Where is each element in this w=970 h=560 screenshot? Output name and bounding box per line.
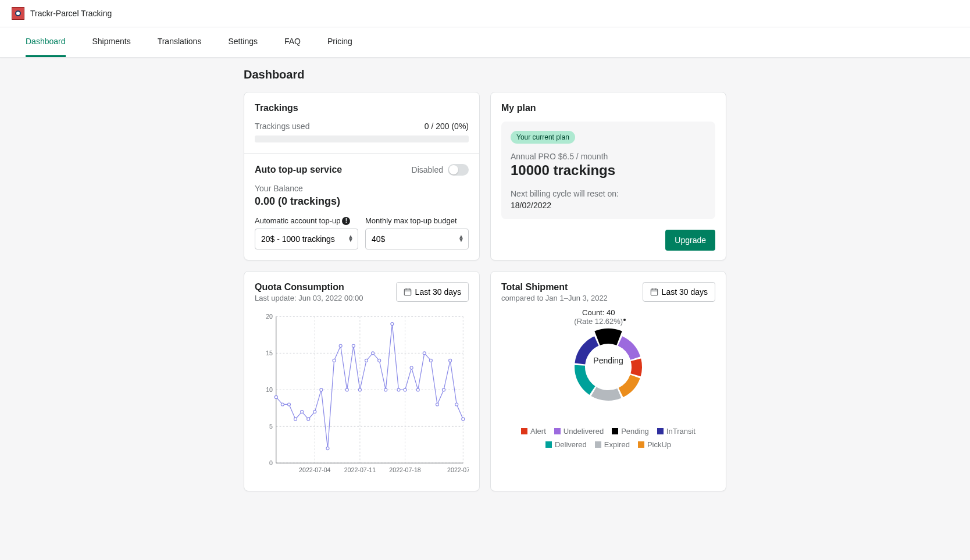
svg-point-46 — [443, 388, 445, 391]
legend-undelivered: Undelivered — [554, 427, 604, 436]
svg-text:2022-07-27: 2022-07-27 — [447, 466, 469, 473]
shipment-card: Total Shipment compared to Jan 1–Jun 3, … — [490, 271, 726, 491]
svg-point-26 — [313, 411, 316, 413]
calendar-icon — [650, 288, 658, 296]
auto-topup-select[interactable]: 20$ - 1000 trackings — [255, 229, 358, 249]
svg-point-39 — [397, 388, 400, 391]
legend-intransit: InTransit — [657, 427, 696, 436]
topup-title: Auto top-up service — [255, 165, 342, 175]
donut-tooltip: Count: 40 (Rate 12.62%) — [574, 308, 623, 326]
trackings-used-value: 0 / 200 (0%) — [425, 122, 469, 131]
plan-amount: 10000 trackings — [511, 162, 706, 179]
donut-center-label: Pending — [593, 356, 623, 365]
plan-card: My plan Your current plan Annual PRO $6.… — [490, 92, 726, 261]
trackings-card: Trackings Trackings used 0 / 200 (0%) Au… — [244, 92, 480, 261]
shipment-range-button[interactable]: Last 30 days — [643, 282, 715, 302]
info-icon[interactable]: ! — [342, 217, 350, 225]
tab-settings[interactable]: Settings — [228, 27, 258, 57]
quota-range-button[interactable]: Last 30 days — [396, 282, 469, 302]
balance-label: Your Balance — [255, 184, 469, 193]
tab-translations[interactable]: Translations — [158, 27, 202, 57]
legend-expired: Expired — [595, 440, 630, 449]
svg-point-43 — [423, 352, 426, 355]
svg-text:20: 20 — [266, 313, 273, 320]
svg-rect-0 — [404, 289, 411, 295]
shipment-title: Total Shipment — [501, 282, 608, 293]
plan-title: My plan — [501, 103, 715, 113]
svg-text:2022-07-11: 2022-07-11 — [344, 466, 376, 473]
tab-pricing[interactable]: Pricing — [327, 27, 352, 57]
legend-pending: Pending — [612, 427, 649, 436]
svg-point-35 — [372, 352, 375, 355]
svg-point-48 — [455, 403, 458, 406]
auto-topup-label: Automatic account top-up ! — [255, 216, 350, 225]
plan-reset-date: 18/02/2022 — [511, 201, 706, 210]
app-title: Trackr-Parcel Tracking — [30, 9, 112, 18]
trackings-used-label: Trackings used — [255, 122, 309, 131]
shipment-compared: compared to Jan 1–Jun 3, 2022 — [501, 294, 608, 302]
svg-point-28 — [326, 447, 329, 450]
svg-text:0: 0 — [269, 459, 273, 466]
svg-point-25 — [307, 418, 310, 420]
svg-point-49 — [462, 418, 465, 420]
svg-point-32 — [352, 344, 355, 347]
trackings-progress — [255, 135, 469, 142]
legend-alert: Alert — [521, 427, 546, 436]
svg-text:5: 5 — [269, 423, 273, 430]
upgrade-button[interactable]: Upgrade — [665, 230, 715, 251]
svg-text:2022-07-18: 2022-07-18 — [389, 466, 421, 473]
legend-pickup: PickUp — [638, 440, 671, 449]
budget-select[interactable]: 40$ — [365, 229, 469, 249]
calendar-icon — [404, 288, 412, 296]
topup-toggle[interactable] — [448, 164, 469, 176]
budget-label: Monthly max top-up budget — [365, 216, 457, 225]
svg-point-29 — [333, 359, 336, 362]
svg-point-44 — [429, 359, 432, 362]
svg-point-33 — [358, 388, 361, 391]
svg-point-58 — [623, 319, 626, 321]
svg-point-22 — [287, 403, 290, 406]
svg-point-24 — [301, 411, 304, 413]
svg-point-40 — [404, 388, 406, 391]
page-title: Dashboard — [244, 68, 726, 81]
plan-name: Annual PRO $6.5 / mounth — [511, 152, 706, 161]
topup-status: Disabled — [412, 165, 443, 174]
svg-text:2022-07-04: 2022-07-04 — [299, 466, 331, 473]
quota-card: Quota Consumption Last update: Jun 03, 2… — [244, 271, 480, 491]
svg-point-42 — [416, 388, 419, 391]
app-logo — [12, 7, 24, 20]
tab-faq[interactable]: FAQ — [284, 27, 301, 57]
quota-line-chart: 051015202022-07-042022-07-112022-07-1820… — [255, 308, 469, 483]
plan-badge: Your current plan — [511, 131, 575, 144]
trackings-title: Trackings — [255, 103, 469, 113]
tab-shipments[interactable]: Shipments — [92, 27, 131, 57]
navbar: Dashboard Shipments Translations Setting… — [0, 27, 970, 58]
svg-rect-54 — [651, 289, 657, 295]
svg-text:15: 15 — [266, 349, 273, 356]
quota-title: Quota Consumption — [255, 282, 363, 293]
shipment-legend: Alert Undelivered Pending InTransit Deli… — [491, 425, 726, 458]
svg-point-36 — [378, 359, 381, 362]
plan-reset-label: Next billing cycle will reset on: — [511, 189, 706, 198]
svg-point-27 — [320, 388, 323, 391]
svg-point-41 — [410, 366, 413, 369]
plan-box: Your current plan Annual PRO $6.5 / moun… — [501, 122, 715, 219]
topbar: Trackr-Parcel Tracking — [0, 0, 970, 27]
svg-text:10: 10 — [266, 386, 273, 393]
svg-point-20 — [274, 395, 277, 398]
svg-point-37 — [384, 388, 387, 391]
tab-dashboard[interactable]: Dashboard — [26, 27, 66, 57]
quota-updated: Last update: Jun 03, 2022 00:00 — [255, 294, 363, 302]
svg-point-23 — [294, 418, 297, 420]
svg-point-30 — [339, 344, 342, 347]
svg-point-34 — [365, 359, 368, 362]
legend-delivered: Delivered — [545, 440, 587, 449]
balance-value: 0.00 (0 trackings) — [255, 195, 469, 208]
svg-point-47 — [449, 359, 452, 362]
svg-point-38 — [391, 322, 394, 325]
svg-point-45 — [436, 403, 438, 406]
svg-point-21 — [281, 403, 284, 406]
svg-point-31 — [345, 388, 348, 391]
